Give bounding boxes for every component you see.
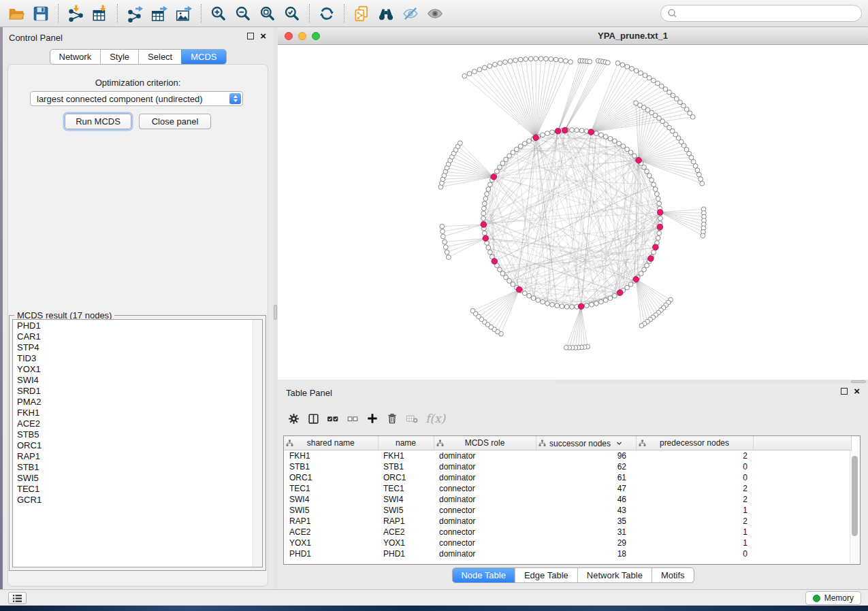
cell-mcds-role[interactable]: dominator [434, 461, 536, 472]
cell-successor-nodes[interactable]: 29 [536, 538, 636, 548]
table-row[interactable]: ACE2ACE2connector311 [284, 527, 852, 538]
create-column-button[interactable] [365, 410, 380, 427]
cell-name[interactable]: TEC1 [378, 483, 434, 494]
table-row[interactable]: PHD1PHD1dominator180 [284, 548, 852, 559]
window-minimize-button[interactable] [298, 32, 306, 40]
list-item[interactable]: CAR1 [13, 331, 253, 342]
list-item[interactable]: FKH1 [13, 408, 253, 418]
cell-shared-name[interactable]: FKH1 [284, 450, 378, 462]
column-header-successor-nodes[interactable]: successor nodes [536, 436, 636, 450]
cell-successor-nodes[interactable]: 46 [536, 494, 636, 505]
memory-button[interactable]: Memory [805, 591, 861, 605]
tab-edge-table[interactable]: Edge Table [515, 568, 577, 582]
cell-shared-name[interactable]: PHD1 [284, 548, 378, 559]
cell-successor-nodes[interactable]: 18 [536, 548, 636, 559]
table-row[interactable]: YOX1YOX1connector291 [284, 538, 852, 548]
cell-mcds-role[interactable]: connector [434, 483, 536, 494]
float-panel-icon[interactable] [841, 388, 848, 395]
delete-column-button[interactable] [385, 410, 400, 427]
export-table-button[interactable] [147, 3, 172, 24]
vertical-splitter[interactable] [273, 27, 278, 589]
network-canvas[interactable] [278, 45, 868, 380]
cell-shared-name[interactable]: ORC1 [284, 472, 378, 483]
select-all-columns-button[interactable] [325, 410, 340, 427]
tab-motifs[interactable]: Motifs [652, 568, 694, 582]
tab-mcds[interactable]: MCDS [181, 50, 225, 64]
list-item[interactable]: RAP1 [13, 451, 253, 462]
cell-shared-name[interactable]: SWI5 [284, 505, 378, 516]
function-builder-button[interactable]: f(x) [424, 410, 445, 427]
zoom-in-button[interactable] [206, 3, 231, 24]
tab-network[interactable]: Network [50, 50, 100, 64]
cell-successor-nodes[interactable]: 96 [536, 450, 636, 462]
delete-table-button[interactable] [404, 410, 419, 427]
tab-node-table[interactable]: Node Table [452, 568, 515, 582]
cell-successor-nodes[interactable]: 35 [536, 516, 636, 527]
hide-selected-button[interactable] [398, 3, 423, 24]
column-header-mcds-role[interactable]: MCDS role [434, 436, 536, 450]
list-item[interactable]: PMA2 [13, 397, 253, 408]
table-scrollbar[interactable] [850, 450, 859, 563]
cell-predecessor-nodes[interactable]: 2 [636, 516, 753, 527]
cell-successor-nodes[interactable]: 61 [536, 472, 636, 483]
close-panel-icon[interactable]: × [854, 388, 860, 395]
export-network-button[interactable] [123, 3, 147, 24]
column-header-predecessor-nodes[interactable]: predecessor nodes [636, 436, 753, 450]
cell-predecessor-nodes[interactable]: 1 [636, 505, 753, 516]
cell-name[interactable]: STB1 [378, 461, 434, 472]
splitter-grip[interactable] [274, 305, 277, 320]
refresh-view-button[interactable] [315, 3, 339, 24]
list-item[interactable]: STB1 [13, 462, 253, 473]
cell-mcds-role[interactable]: dominator [434, 472, 536, 483]
save-session-button[interactable] [29, 3, 53, 24]
export-image-button[interactable] [172, 3, 196, 24]
search-box[interactable] [660, 5, 862, 22]
cell-name[interactable]: PHD1 [378, 548, 434, 559]
list-item[interactable]: GCR1 [13, 495, 253, 506]
list-item[interactable]: ACE2 [13, 418, 253, 429]
cell-predecessor-nodes[interactable]: 2 [636, 450, 753, 462]
float-panel-icon[interactable] [247, 33, 254, 39]
import-table-button[interactable] [88, 3, 112, 24]
cell-shared-name[interactable]: ACE2 [284, 527, 378, 538]
cell-predecessor-nodes[interactable]: 2 [636, 483, 753, 494]
sort-chevron-icon[interactable] [616, 438, 622, 448]
deselect-all-columns-button[interactable] [345, 410, 360, 427]
cell-name[interactable]: SWI4 [378, 494, 434, 505]
result-list-scrollbar[interactable] [253, 320, 262, 567]
table-row[interactable]: FKH1FKH1dominator962 [284, 450, 852, 462]
cell-successor-nodes[interactable]: 31 [536, 527, 636, 538]
close-panel-icon[interactable]: × [260, 33, 266, 39]
first-neighbors-button[interactable] [374, 3, 398, 24]
list-item[interactable]: STP4 [13, 342, 253, 353]
cell-name[interactable]: RAP1 [378, 516, 434, 527]
cell-mcds-role[interactable]: dominator [434, 548, 536, 559]
column-header-name[interactable]: name [378, 436, 434, 450]
list-item[interactable]: YOX1 [13, 364, 253, 375]
cell-name[interactable]: SWI5 [378, 505, 434, 516]
cell-name[interactable]: YOX1 [378, 538, 434, 548]
cell-name[interactable]: ACE2 [378, 527, 434, 538]
show-columns-button[interactable] [306, 410, 321, 427]
criterion-dropdown[interactable]: largest connected component (undirected) [30, 91, 243, 106]
network-graph[interactable] [278, 45, 868, 380]
cell-shared-name[interactable]: YOX1 [284, 538, 378, 548]
list-item[interactable]: PHD1 [13, 320, 253, 331]
cell-name[interactable]: ORC1 [378, 472, 434, 483]
cell-mcds-role[interactable]: dominator [434, 494, 536, 505]
tab-style[interactable]: Style [100, 50, 138, 64]
window-zoom-button[interactable] [312, 32, 320, 40]
cell-shared-name[interactable]: STB1 [284, 461, 378, 472]
table-row[interactable]: RAP1RAP1dominator352 [284, 516, 852, 527]
cell-mcds-role[interactable]: connector [434, 505, 536, 516]
window-close-button[interactable] [285, 32, 293, 40]
cell-successor-nodes[interactable]: 47 [536, 483, 636, 494]
table-settings-button[interactable] [286, 410, 301, 427]
list-item[interactable]: ORC1 [13, 440, 253, 451]
zoom-selected-button[interactable] [280, 3, 304, 24]
close-panel-button[interactable]: Close panel [139, 114, 211, 129]
list-item[interactable]: SRD1 [13, 386, 253, 397]
tab-network-table[interactable]: Network Table [577, 568, 652, 582]
table-row[interactable]: TEC1TEC1connector472 [284, 483, 852, 494]
cell-mcds-role[interactable]: connector [434, 527, 536, 538]
